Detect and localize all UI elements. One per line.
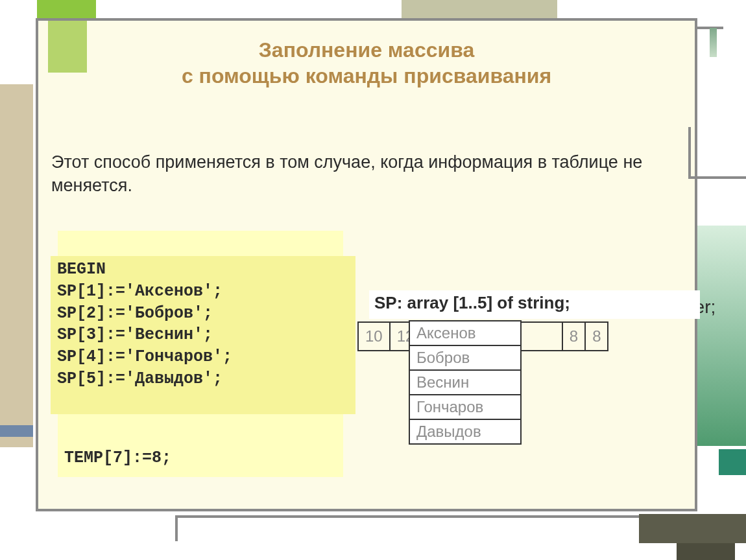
- code-l0: BEGIN: [57, 260, 106, 279]
- code-l2: SP[2]:='Бобров';: [57, 304, 213, 323]
- slide: Заполнение массива с помощью команды при…: [36, 18, 697, 511]
- hcell-5: 8: [586, 323, 607, 350]
- deco-green-top: [37, 0, 96, 18]
- deco-left-beige: [0, 84, 33, 447]
- deco-right-green-top: [710, 28, 717, 57]
- hcell-0: 10: [359, 323, 391, 350]
- slide-title: Заполнение массива с помощью команды при…: [38, 37, 695, 89]
- code-l3: SP[3]:='Веснин';: [57, 325, 213, 344]
- vertical-array-list: Аксенов Бобров Веснин Гончаров Давыдов: [409, 320, 522, 445]
- code-l4: SP[4]:='Гончаров';: [57, 347, 232, 366]
- title-line2: с помощью команды присваивания: [182, 64, 551, 88]
- code-block: BEGIN SP[1]:='Аксенов'; SP[2]:='Бобров';…: [51, 256, 355, 414]
- vcell-1: Бобров: [410, 346, 520, 371]
- deco-blue-chip: [0, 425, 33, 437]
- deco-bottom-frame: [175, 515, 642, 541]
- deco-right-vline: [688, 127, 691, 179]
- hcell-4: 8: [563, 323, 586, 350]
- deco-right-hline: [691, 176, 746, 179]
- deco-right-green: [697, 226, 746, 446]
- vcell-4: Давыдов: [410, 420, 520, 443]
- code-l5: SP[5]:='Давыдов';: [57, 369, 223, 388]
- title-line1: Заполнение массива: [259, 38, 474, 62]
- body-text: Этот способ применяется в том случае, ко…: [51, 150, 680, 198]
- vcell-0: Аксенов: [410, 321, 520, 346]
- vcell-3: Гончаров: [410, 395, 520, 420]
- array-declaration: SP: array [1..5] of string;: [369, 290, 700, 319]
- deco-bottom-dark: [639, 514, 746, 543]
- declaration-text: SP: array [1..5] of string;: [374, 293, 570, 312]
- code-l1: SP[1]:='Аксенов';: [57, 282, 223, 301]
- code-temp-line: TEMP[7]:=8;: [64, 449, 171, 467]
- vcell-2: Веснин: [410, 371, 520, 395]
- deco-teal-bar: [719, 449, 746, 475]
- deco-bottom-dark2: [677, 543, 735, 560]
